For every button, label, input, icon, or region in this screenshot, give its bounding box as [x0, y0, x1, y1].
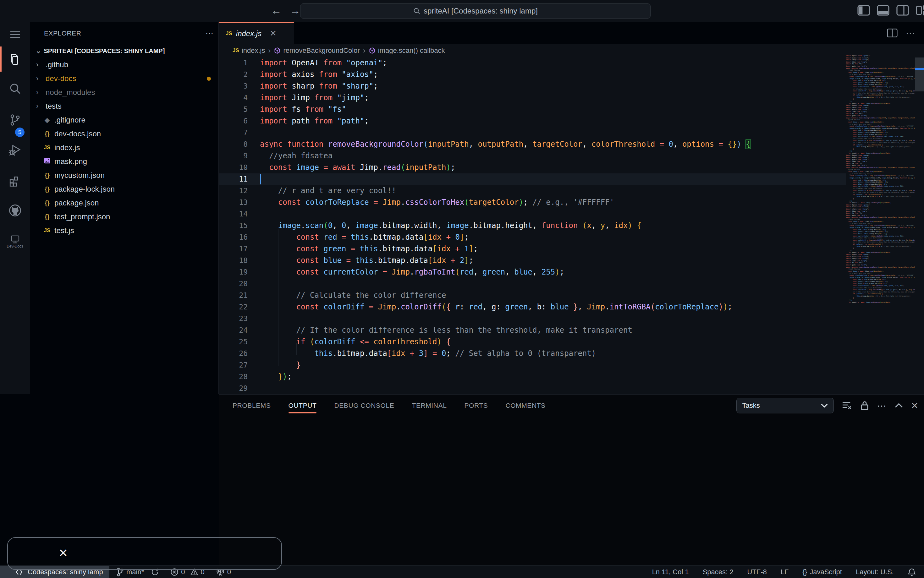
- code-line[interactable]: 17 const green = this.bitmap.data[idx + …: [219, 243, 846, 255]
- tree-item[interactable]: {}dev-docs.json: [30, 127, 218, 141]
- code-line[interactable]: 6import path from "path";: [219, 115, 846, 127]
- extensions-icon[interactable]: [0, 168, 30, 193]
- editor-more-icon[interactable]: ⋯: [906, 28, 915, 39]
- code-line[interactable]: 19 const currentColor = Jimp.rgbaToInt(r…: [219, 266, 846, 278]
- code-line[interactable]: 7: [219, 127, 846, 138]
- cursor-position[interactable]: Ln 11, Col 1: [652, 568, 689, 576]
- code-line[interactable]: 1import OpenAI from "openai";: [219, 57, 846, 69]
- code-line[interactable]: 8async function removeBackgroundColor(in…: [219, 138, 846, 150]
- panel-tab-problems[interactable]: PROBLEMS: [233, 395, 271, 417]
- code-line[interactable]: 26 this.bitmap.data[idx + 3] = 0; // Set…: [219, 348, 846, 359]
- code-line[interactable]: 15 image.scan(0, 0, image.bitmap.width, …: [219, 220, 846, 232]
- breadcrumb-callback[interactable]: image.scan() callback: [378, 47, 445, 55]
- code-line[interactable]: 4import Jimp from "jimp";: [219, 92, 846, 104]
- explorer-more-icon[interactable]: ⋯: [205, 29, 214, 38]
- problems-item[interactable]: 0 0: [170, 568, 205, 576]
- scrollbar-slider[interactable]: [915, 57, 924, 91]
- branch-item[interactable]: main*: [116, 568, 159, 576]
- code-line[interactable]: 18 const blue = this.bitmap.data[idx + 2…: [219, 255, 846, 266]
- keyboard-layout[interactable]: Layout: U.S.: [856, 568, 894, 576]
- panel-tab-comments[interactable]: COMMENTS: [505, 395, 545, 417]
- panel-tab-terminal[interactable]: TERMINAL: [412, 395, 447, 417]
- tree-item[interactable]: ◆.gitignore: [30, 113, 218, 127]
- split-editor-icon[interactable]: [887, 28, 898, 38]
- tree-item[interactable]: {}package-lock.json: [30, 182, 218, 196]
- remote-indicator[interactable]: Codespaces: shiny lamp: [0, 566, 109, 578]
- editor-scrollbar[interactable]: [915, 57, 924, 394]
- devdocs-extension-icon[interactable]: Dev-Docs: [0, 229, 30, 255]
- breadcrumb-file[interactable]: index.js: [242, 47, 265, 55]
- code-line[interactable]: 28 });: [219, 371, 846, 383]
- tree-item[interactable]: {}package.json: [30, 196, 218, 210]
- code-line[interactable]: 12 // r and t are very cool!!: [219, 185, 846, 196]
- output-channel-dropdown[interactable]: Tasks: [736, 398, 834, 413]
- code-line[interactable]: 14: [219, 208, 846, 220]
- tree-item[interactable]: JSindex.js: [30, 141, 218, 154]
- toggle-secondary-sidebar-icon[interactable]: [896, 5, 909, 16]
- tree-item[interactable]: JStest.js: [30, 224, 218, 237]
- code-line[interactable]: 16 const red = this.bitmap.data[idx + 0]…: [219, 232, 846, 243]
- toggle-primary-sidebar-icon[interactable]: [857, 5, 870, 16]
- tree-item[interactable]: {}mycustom.json: [30, 168, 218, 182]
- maximize-panel-icon[interactable]: [895, 403, 903, 408]
- code-line[interactable]: 9 //yeah fdsatea: [219, 150, 846, 162]
- lock-icon[interactable]: [860, 401, 869, 411]
- github-icon[interactable]: [0, 198, 30, 223]
- customize-layout-icon[interactable]: [916, 5, 924, 16]
- chevron-down-icon: [821, 403, 828, 408]
- tree-item[interactable]: {}test_prompt.json: [30, 210, 218, 224]
- tree-item[interactable]: ›.github: [30, 58, 218, 71]
- code-line[interactable]: 10 const image = await Jimp.read(inputPa…: [219, 162, 846, 174]
- code-line[interactable]: 22 const colorDiff = Jimp.colorDiff({ r:…: [219, 301, 846, 313]
- close-panel-icon[interactable]: ✕: [911, 401, 918, 411]
- close-tab-icon[interactable]: ✕: [270, 29, 277, 38]
- code-line[interactable]: 27 }: [219, 359, 846, 371]
- code-line[interactable]: 23: [219, 313, 846, 325]
- code-line[interactable]: 3import sharp from "sharp";: [219, 80, 846, 92]
- code-line[interactable]: 11: [219, 174, 846, 185]
- explorer-icon[interactable]: [0, 47, 30, 71]
- menu-icon[interactable]: [0, 22, 30, 47]
- clear-output-icon[interactable]: [842, 401, 852, 410]
- language-mode[interactable]: {} JavaScript: [803, 568, 842, 576]
- breadcrumb-symbol[interactable]: removeBackgroundColor: [283, 47, 360, 55]
- minimap[interactable]: import OpenAI from "openai";import axios…: [846, 55, 915, 394]
- source-control-icon[interactable]: [0, 107, 30, 133]
- tab-index-js[interactable]: JS index.js ✕: [219, 22, 294, 44]
- code-line[interactable]: 24 // If the color difference is less th…: [219, 325, 846, 336]
- forward-icon[interactable]: →: [290, 5, 301, 17]
- code-line[interactable]: 25 if (colorDiff <= colorThreshold) {: [219, 336, 846, 348]
- panel-more-icon[interactable]: ⋯: [877, 400, 887, 411]
- panel-tab-debug-console[interactable]: DEBUG CONSOLE: [334, 395, 394, 417]
- line-number: 29: [219, 383, 248, 394]
- warning-icon: [190, 568, 198, 576]
- indentation[interactable]: Spaces: 2: [703, 568, 734, 576]
- eol[interactable]: LF: [781, 568, 789, 576]
- notifications-bell-icon[interactable]: [908, 568, 916, 576]
- devdocs-label: Dev-Docs: [7, 244, 23, 248]
- code-editor[interactable]: 1import OpenAI from "openai";2import axi…: [219, 57, 924, 394]
- run-debug-icon[interactable]: [0, 138, 30, 163]
- tree-root-folder[interactable]: ⌄ SPRITEAI [CODESPACES: SHINY LAMP]: [30, 44, 218, 58]
- code-line[interactable]: 21 // Calculate the color difference: [219, 290, 846, 301]
- command-center-search[interactable]: spriteAI [Codespaces: shiny lamp]: [300, 3, 651, 18]
- panel-tab-ports[interactable]: PORTS: [464, 395, 488, 417]
- code-line[interactable]: 5import fs from "fs": [219, 104, 846, 115]
- code-line[interactable]: 2import axios from "axios";: [219, 69, 846, 80]
- search-view-icon[interactable]: [0, 76, 30, 101]
- panel-tab-output[interactable]: OUTPUT: [288, 395, 317, 417]
- encoding[interactable]: UTF-8: [747, 568, 766, 576]
- overview-ruler-cursor-mark: [915, 68, 924, 70]
- code-line[interactable]: 20: [219, 278, 846, 290]
- tree-item[interactable]: ›node_modules: [30, 86, 218, 99]
- line-number: 17: [219, 243, 248, 255]
- back-icon[interactable]: ←: [271, 5, 281, 17]
- code-line[interactable]: 13 const colorToReplace = Jimp.cssColorT…: [219, 196, 846, 208]
- tree-item[interactable]: ›dev-docs: [30, 71, 218, 86]
- tree-item[interactable]: mask.png: [30, 154, 218, 168]
- remote-label: Codespaces: shiny lamp: [28, 568, 103, 576]
- ports-item[interactable]: 0: [216, 568, 231, 576]
- toggle-panel-icon[interactable]: [877, 5, 890, 16]
- tree-item[interactable]: ›tests: [30, 99, 218, 113]
- code-line[interactable]: 29: [219, 383, 846, 394]
